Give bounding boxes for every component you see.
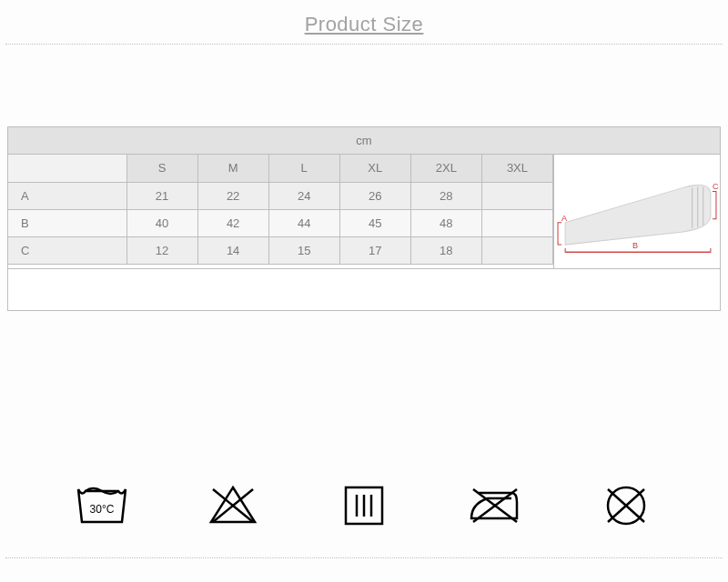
do-not-bleach-icon (204, 480, 262, 531)
sleeve-diagram-svg: A C B (554, 155, 720, 268)
cell: 26 (339, 182, 410, 209)
col-m: M (197, 155, 268, 182)
row-label-a: A (8, 182, 126, 209)
table-header-row: S M L XL 2XL 3XL (8, 155, 553, 182)
page-title: Product Size (305, 13, 424, 35)
diagram-label-a: A (561, 214, 568, 223)
cell: 12 (126, 236, 197, 264)
cell: 21 (126, 182, 197, 209)
grid-wrap: S M L XL 2XL 3XL A 21 22 24 26 (8, 155, 720, 268)
diagram-label-b: B (632, 241, 638, 250)
cell: 15 (268, 236, 339, 264)
blank-row (8, 268, 720, 310)
divider-bottom (5, 557, 723, 558)
cell (481, 209, 552, 236)
cell: 40 (126, 209, 197, 236)
cell: 14 (197, 236, 268, 264)
title-band: Product Size (0, 0, 728, 44)
table-row: A 21 22 24 26 28 (8, 182, 553, 209)
do-not-dry-clean-icon (597, 480, 655, 531)
sleeve-diagram: A C B (554, 155, 720, 268)
tumble-dry-icon (335, 480, 393, 531)
cell: 28 (410, 182, 481, 209)
cell: 24 (268, 182, 339, 209)
table-row: B 40 42 44 45 48 (8, 209, 553, 236)
cell (481, 182, 552, 209)
do-not-iron-icon (466, 480, 524, 531)
cell (481, 236, 552, 264)
cell: 44 (268, 209, 339, 236)
cell: 18 (410, 236, 481, 264)
diagram-label-c: C (713, 182, 719, 191)
cell: 48 (410, 209, 481, 236)
unit-row: cm (8, 127, 720, 155)
col-2xl: 2XL (410, 155, 481, 182)
care-symbols-row: 30°C (0, 480, 728, 531)
wash-temp-label: 30°C (90, 503, 115, 516)
col-s: S (126, 155, 197, 182)
col-l: L (268, 155, 339, 182)
cell: 17 (339, 236, 410, 264)
cell: 42 (197, 209, 268, 236)
cell: 45 (339, 209, 410, 236)
row-label-c: C (8, 236, 126, 264)
col-xl: XL (339, 155, 410, 182)
col-3xl: 3XL (481, 155, 552, 182)
size-table: S M L XL 2XL 3XL A 21 22 24 26 (8, 155, 554, 268)
header-blank (8, 155, 126, 182)
wash-30-icon: 30°C (73, 480, 131, 531)
divider-top (5, 44, 723, 45)
row-label-b: B (8, 209, 126, 236)
size-panel: cm S M L XL 2XL 3XL A (7, 126, 721, 311)
table-row: C 12 14 15 17 18 (8, 236, 553, 264)
cell: 22 (197, 182, 268, 209)
unit-label: cm (356, 134, 371, 147)
